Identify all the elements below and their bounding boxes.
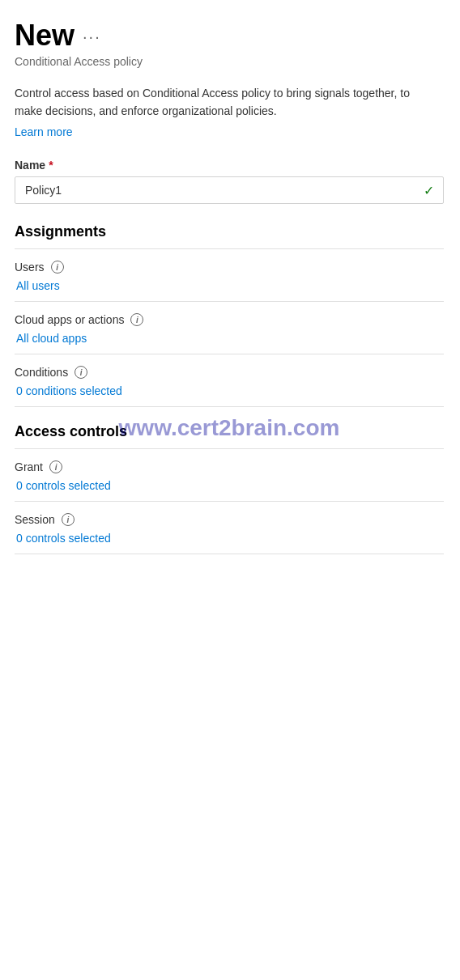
header-section: New ··· Conditional Access policy [15, 19, 444, 68]
assignments-section: Assignments Users i All users Cloud apps… [15, 223, 444, 407]
conditions-item-header: Conditions i [15, 366, 444, 379]
name-input-wrapper: ✓ [15, 176, 444, 204]
page-subtitle: Conditional Access policy [15, 55, 444, 68]
users-info-icon[interactable]: i [51, 261, 64, 274]
access-controls-section: Access controls Grant i 0 controls selec… [15, 423, 444, 554]
cloud-apps-value-link[interactable]: All cloud apps [15, 332, 87, 345]
name-section: Name * ✓ [15, 159, 444, 204]
cloud-apps-item-header: Cloud apps or actions i [15, 313, 444, 326]
session-item: Session i 0 controls selected [15, 502, 444, 554]
grant-info-icon[interactable]: i [49, 460, 62, 473]
session-item-header: Session i [15, 513, 444, 526]
cloud-apps-label: Cloud apps or actions [15, 313, 124, 326]
page-container: New ··· Conditional Access policy Contro… [0, 0, 460, 587]
grant-label: Grant [15, 460, 43, 473]
conditions-info-icon[interactable]: i [75, 366, 87, 379]
conditions-value-link[interactable]: 0 conditions selected [15, 384, 122, 397]
title-row: New ··· [15, 19, 444, 52]
description-text: Control access based on Conditional Acce… [15, 84, 436, 121]
required-indicator: * [49, 159, 53, 172]
session-value-link[interactable]: 0 controls selected [15, 532, 111, 545]
page-title: New [15, 19, 75, 52]
grant-item: Grant i 0 controls selected [15, 449, 444, 502]
session-info-icon[interactable]: i [62, 513, 75, 526]
conditions-label: Conditions [15, 366, 68, 379]
learn-more-link[interactable]: Learn more [15, 125, 73, 138]
users-assignment-item: Users i All users [15, 249, 444, 302]
users-label: Users [15, 261, 45, 274]
ellipsis-menu-button[interactable]: ··· [83, 28, 101, 46]
cloud-apps-info-icon[interactable]: i [130, 313, 143, 326]
grant-item-header: Grant i [15, 460, 444, 473]
name-input[interactable] [15, 176, 444, 204]
cloud-apps-assignment-item: Cloud apps or actions i All cloud apps [15, 302, 444, 354]
session-label: Session [15, 513, 55, 526]
assignments-header: Assignments [15, 223, 444, 249]
access-controls-header: Access controls [15, 423, 444, 449]
users-item-header: Users i [15, 261, 444, 274]
conditions-assignment-item: Conditions i 0 conditions selected [15, 354, 444, 407]
validation-checkmark: ✓ [424, 183, 434, 198]
name-field-label: Name * [15, 159, 444, 172]
users-value-link[interactable]: All users [15, 279, 60, 292]
grant-value-link[interactable]: 0 controls selected [15, 479, 111, 492]
